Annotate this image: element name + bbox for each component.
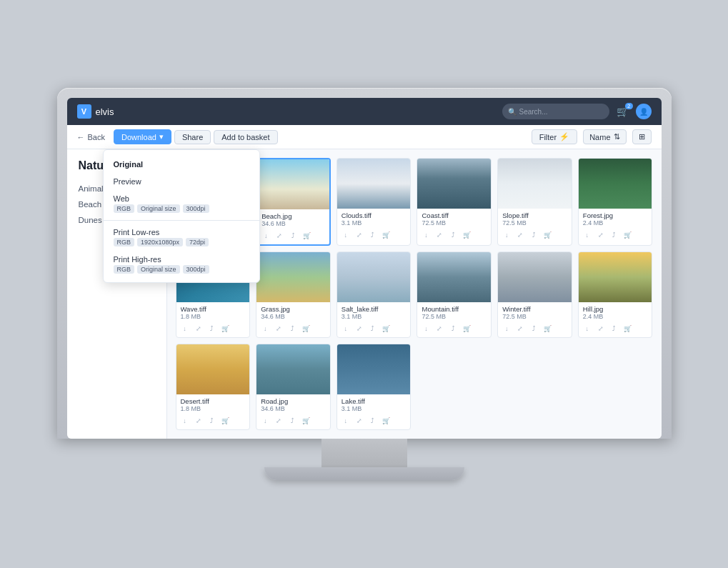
share-action-salt_lake[interactable]: ⤴ xyxy=(367,323,379,334)
header-icons: 🛒 2 👤 xyxy=(617,104,652,119)
expand-action-lake[interactable]: ⤢ xyxy=(354,415,365,427)
share-button[interactable]: Share xyxy=(174,130,211,144)
share-action-coast[interactable]: ⤴ xyxy=(447,229,459,241)
share-action-desert[interactable]: ⤴ xyxy=(206,415,218,427)
basket-action-wave[interactable]: 🛒 xyxy=(220,323,231,334)
image-card-beach[interactable]: Beach.jpg 34.6 MB ↓ ⤢ ⤴ 🛒 xyxy=(256,158,331,246)
image-actions-road: ↓ ⤢ ⤴ 🛒 xyxy=(256,414,330,429)
expand-action-grass[interactable]: ⤢ xyxy=(273,323,284,334)
image-card-lake[interactable]: Lake.tiff 3.1 MB ↓ ⤢ ⤴ 🛒 xyxy=(336,344,412,430)
image-name-road: Road.jpg xyxy=(261,397,326,405)
download-action-grass[interactable]: ↓ xyxy=(259,323,271,334)
basket-action-forest[interactable]: 🛒 xyxy=(622,229,634,241)
image-thumb-grass xyxy=(256,252,330,302)
image-card-road[interactable]: Road.jpg 34.6 MB ↓ ⤢ ⤴ 🛒 xyxy=(256,344,331,430)
download-action-forest[interactable]: ↓ xyxy=(582,229,593,241)
expand-action-desert[interactable]: ⤢ xyxy=(193,415,204,427)
basket-action-winter[interactable]: 🛒 xyxy=(542,323,553,334)
basket-action-slope[interactable]: 🛒 xyxy=(542,229,553,241)
dropdown-preview[interactable]: Preview xyxy=(104,173,259,190)
image-card-forest[interactable]: Forest.jpg 2.4 MB ↓ ⤢ ⤴ 🛒 xyxy=(578,158,653,246)
image-card-desert[interactable]: Desert.tiff 1.8 MB ↓ ⤢ ⤴ 🛒 xyxy=(176,344,251,430)
share-action-mountain[interactable]: ⤴ xyxy=(447,323,459,334)
share-action-winter[interactable]: ⤴ xyxy=(528,323,539,334)
image-card-mountain[interactable]: Mountain.tiff 72.5 MB ↓ ⤢ ⤴ 🛒 xyxy=(417,251,492,338)
download-button[interactable]: Download ▾ xyxy=(114,129,171,144)
image-size-hill: 2.4 MB xyxy=(583,313,648,320)
basket-action-clouds[interactable]: 🛒 xyxy=(381,229,392,241)
share-action-wave[interactable]: ⤴ xyxy=(206,323,218,334)
web-tag-size: Original size xyxy=(137,204,180,213)
basket-action-mountain[interactable]: 🛒 xyxy=(461,323,472,334)
dropdown-web[interactable]: Web RGB Original size 300dpi xyxy=(104,190,259,217)
share-action-lake[interactable]: ⤴ xyxy=(367,415,379,427)
search-bar[interactable]: 🔍 Search... xyxy=(502,104,609,119)
user-avatar[interactable]: 👤 xyxy=(636,104,652,119)
basket-action-road[interactable]: 🛒 xyxy=(300,415,311,427)
download-action-wave[interactable]: ↓ xyxy=(179,323,191,334)
image-card-hill[interactable]: Hill.jpg 2.4 MB ↓ ⤢ ⤴ 🛒 xyxy=(578,251,653,338)
basket-action-grass[interactable]: 🛒 xyxy=(300,323,311,334)
logo-area: V elvis xyxy=(77,104,495,119)
expand-action-coast[interactable]: ⤢ xyxy=(434,229,445,241)
dropdown-print-high[interactable]: Print High-res RGB Original size 300dpi xyxy=(104,251,259,278)
download-action-salt_lake[interactable]: ↓ xyxy=(340,323,351,334)
image-name-hill: Hill.jpg xyxy=(583,305,648,313)
image-meta-slope: Slope.tiff 72.5 MB xyxy=(498,209,572,228)
expand-action-wave[interactable]: ⤢ xyxy=(193,323,204,334)
share-action-road[interactable]: ⤴ xyxy=(286,415,298,427)
expand-action-winter[interactable]: ⤢ xyxy=(514,323,526,334)
download-action-mountain[interactable]: ↓ xyxy=(420,323,432,334)
sort-button[interactable]: Name ⇅ xyxy=(583,129,626,144)
image-card-winter[interactable]: Winter.tiff 72.5 MB ↓ ⤢ ⤴ 🛒 xyxy=(497,251,572,338)
web-label: Web xyxy=(114,194,129,203)
download-action-road[interactable]: ↓ xyxy=(259,415,271,427)
view-toggle-button[interactable]: ⊞ xyxy=(632,129,652,144)
image-card-salt_lake[interactable]: Salt_lake.tiff 3.1 MB ↓ ⤢ ⤴ 🛒 xyxy=(336,251,412,338)
expand-action-mountain[interactable]: ⤢ xyxy=(434,323,445,334)
basket-action-lake[interactable]: 🛒 xyxy=(381,415,392,427)
cart-icon[interactable]: 🛒 2 xyxy=(617,106,629,117)
basket-action-coast[interactable]: 🛒 xyxy=(461,229,472,241)
expand-action-hill[interactable]: ⤢ xyxy=(595,323,607,334)
image-card-grass[interactable]: Grass.jpg 34.6 MB ↓ ⤢ ⤴ 🛒 xyxy=(256,251,331,338)
expand-action-beach[interactable]: ⤢ xyxy=(274,230,285,241)
share-action-grass[interactable]: ⤴ xyxy=(286,323,298,334)
download-action-hill[interactable]: ↓ xyxy=(582,323,593,334)
logo-icon: V xyxy=(77,104,91,119)
filter-button[interactable]: Filter ⚡ xyxy=(532,129,577,144)
download-action-slope[interactable]: ↓ xyxy=(501,229,512,241)
share-action-clouds[interactable]: ⤴ xyxy=(367,229,379,241)
expand-action-salt_lake[interactable]: ⤢ xyxy=(354,323,365,334)
back-button[interactable]: ← Back xyxy=(77,133,105,141)
expand-action-clouds[interactable]: ⤢ xyxy=(354,229,365,241)
basket-action-beach[interactable]: 🛒 xyxy=(301,230,312,241)
basket-action-salt_lake[interactable]: 🛒 xyxy=(381,323,392,334)
dropdown-print-low[interactable]: Print Low-res RGB 1920x1080px 72dpi xyxy=(104,224,259,251)
expand-action-road[interactable]: ⤢ xyxy=(273,415,284,427)
basket-action-hill[interactable]: 🛒 xyxy=(622,323,634,334)
image-size-coast: 72.5 MB xyxy=(422,219,487,226)
share-action-beach[interactable]: ⤴ xyxy=(287,230,299,241)
add-basket-button[interactable]: Add to basket xyxy=(214,130,277,144)
download-action-desert[interactable]: ↓ xyxy=(179,415,191,427)
share-action-forest[interactable]: ⤴ xyxy=(609,229,620,241)
image-meta-winter: Winter.tiff 72.5 MB xyxy=(498,302,572,322)
image-card-coast[interactable]: Coast.tiff 72.5 MB ↓ ⤢ ⤴ 🛒 xyxy=(417,158,492,246)
share-action-hill[interactable]: ⤴ xyxy=(609,323,620,334)
download-action-winter[interactable]: ↓ xyxy=(501,323,512,334)
image-size-salt_lake: 3.1 MB xyxy=(341,313,407,320)
expand-action-slope[interactable]: ⤢ xyxy=(514,229,526,241)
monitor-stand-base xyxy=(264,467,464,480)
image-meta-hill: Hill.jpg 2.4 MB xyxy=(579,302,652,322)
download-action-clouds[interactable]: ↓ xyxy=(340,229,351,241)
image-card-clouds[interactable]: Clouds.tiff 3.1 MB ↓ ⤢ ⤴ 🛒 xyxy=(336,158,412,246)
share-action-slope[interactable]: ⤴ xyxy=(528,229,539,241)
expand-action-forest[interactable]: ⤢ xyxy=(595,229,607,241)
download-action-beach[interactable]: ↓ xyxy=(260,230,271,241)
dropdown-original[interactable]: Original xyxy=(104,154,259,173)
image-card-slope[interactable]: Slope.tiff 72.5 MB ↓ ⤢ ⤴ 🛒 xyxy=(497,158,572,246)
download-action-lake[interactable]: ↓ xyxy=(340,415,351,427)
download-action-coast[interactable]: ↓ xyxy=(420,229,432,241)
basket-action-desert[interactable]: 🛒 xyxy=(220,415,231,427)
